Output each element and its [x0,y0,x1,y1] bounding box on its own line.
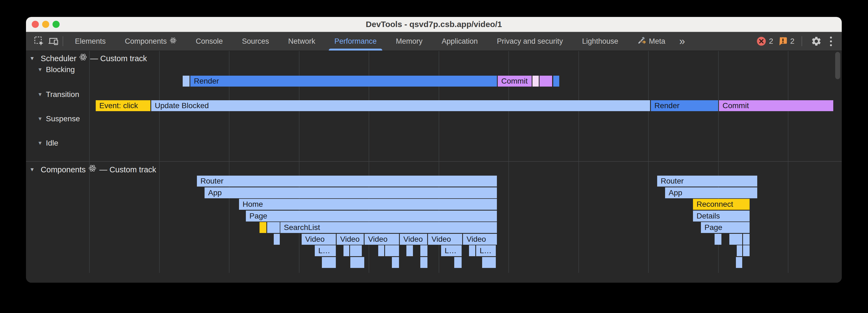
components-track-header[interactable]: ▼ Components — Custom track [30,164,156,175]
close-window-button[interactable] [32,21,39,28]
more-tabs-chevron-icon[interactable]: » [675,32,689,50]
bar-l[interactable]: L… [476,245,496,256]
lane-idle[interactable]: ▼ Idle [37,138,58,148]
bar-segment[interactable] [454,257,462,268]
traffic-lights [32,21,60,28]
bar-video[interactable]: Video [365,234,399,245]
bar-segment[interactable] [539,76,552,86]
tab-components[interactable]: Components [115,32,186,50]
tab-label: Console [196,37,223,46]
bar-segment[interactable] [350,245,362,256]
tab-performance[interactable]: Performance [325,32,386,50]
react-atom-icon [169,37,177,46]
bar-video[interactable]: Video [463,234,497,245]
kebab-menu-icon[interactable] [828,35,834,48]
lane-transition[interactable]: ▼ Transition [37,89,79,100]
tab-lighthouse[interactable]: Lighthouse [572,32,628,50]
inspect-element-icon[interactable] [32,32,46,50]
bar-commit[interactable]: Commit [498,76,532,86]
bar-render[interactable]: Render [190,76,497,86]
bar-app[interactable]: App [665,187,757,198]
bar-segment[interactable] [469,245,475,256]
tab-application[interactable]: Application [432,32,487,50]
bar-home[interactable]: Home [239,199,497,210]
bar-video[interactable]: Video [302,234,336,245]
bar-app[interactable]: App [205,187,497,198]
lane-suspense[interactable]: ▼ Suspense [37,113,80,124]
warning-count: 2 [790,37,795,46]
bar-segment[interactable] [267,222,280,233]
lane-blocking[interactable]: ▼ Blocking [37,64,75,75]
toolbar-right: 2 2 [756,32,842,50]
bar-segment[interactable] [350,257,364,268]
tab-label: Meta [649,37,665,46]
gridline [159,51,160,273]
bar-router[interactable]: Router [657,176,757,186]
bar-details[interactable]: Details [693,211,750,221]
bar-page[interactable]: Page [701,222,750,233]
bar-page[interactable]: Page [246,211,497,221]
bar-segment[interactable] [343,245,349,256]
bar-reconnect[interactable]: Reconnect [693,199,750,210]
device-toolbar-icon[interactable] [46,32,60,50]
bar-video[interactable]: Video [428,234,462,245]
gridline [788,51,788,273]
scheduler-track-header[interactable]: ▼ Scheduler — Custom track [30,53,147,64]
bar-segment[interactable] [553,76,559,86]
devtools-toolbar: ElementsComponentsConsoleSourcesNetworkP… [26,32,842,51]
bar-searchlist[interactable]: SearchList [280,222,497,233]
bar-router[interactable]: Router [197,176,497,186]
bar-commit[interactable]: Commit [719,100,833,111]
tab-network[interactable]: Network [279,32,325,50]
bar-segment[interactable] [322,257,336,268]
bar-segment[interactable] [730,234,742,245]
tab-memory[interactable]: Memory [386,32,432,50]
tab-console[interactable]: Console [186,32,232,50]
bar-render[interactable]: Render [651,100,718,111]
bar-segment[interactable] [183,76,189,86]
tab-privacy-and-security[interactable]: Privacy and security [487,32,572,50]
bar-segment[interactable] [378,245,384,256]
warning-icon [778,37,787,46]
devtools-window: DevTools - qsvd7p.csb.app/video/1 Elemen… [26,17,842,283]
window-title: DevTools - qsvd7p.csb.app/video/1 [366,20,502,29]
bar-segment[interactable] [406,245,413,256]
bar-segment[interactable] [715,234,721,245]
minimize-window-button[interactable] [42,21,49,28]
bar-segment[interactable] [482,257,496,268]
gridline [89,51,90,273]
bar-segment[interactable] [737,245,742,256]
collapse-triangle-icon: ▼ [37,138,43,148]
bar-segment[interactable] [743,234,750,245]
bar-l[interactable]: L… [441,245,462,256]
settings-gear-icon[interactable] [809,36,824,47]
bar-update-blocked[interactable]: Update Blocked [151,100,650,111]
bar-l[interactable]: L… [315,245,336,256]
performance-panel: ▼ Scheduler — Custom track ▼ Blocking ▼ … [26,51,842,283]
bar-segment[interactable] [274,234,280,245]
bar-segment[interactable] [532,76,539,86]
bar-segment[interactable] [420,257,428,268]
bar-event-click[interactable]: Event: click [96,100,150,111]
tab-meta[interactable]: Meta [628,32,675,50]
bar-segment[interactable] [392,257,399,268]
track-divider [26,161,842,162]
collapse-triangle-icon: ▼ [37,89,43,100]
bar-segment[interactable] [420,245,428,256]
bar-segment[interactable] [385,245,399,256]
react-atom-icon [79,53,87,64]
tab-elements[interactable]: Elements [65,32,115,50]
bar-video[interactable]: Video [400,234,427,245]
warning-badge[interactable]: 2 [778,37,795,46]
tab-sources[interactable]: Sources [232,32,279,50]
tab-label: Privacy and security [497,37,563,46]
tab-label: Memory [396,37,423,46]
vertical-scrollbar-thumb[interactable] [835,52,840,79]
selected-tab-underline [329,48,382,50]
bar-segment[interactable] [743,245,750,256]
bar-segment[interactable] [259,222,266,233]
error-badge[interactable]: 2 [756,36,773,46]
bar-segment[interactable] [736,257,742,268]
zoom-window-button[interactable] [53,21,60,28]
bar-video[interactable]: Video [337,234,364,245]
